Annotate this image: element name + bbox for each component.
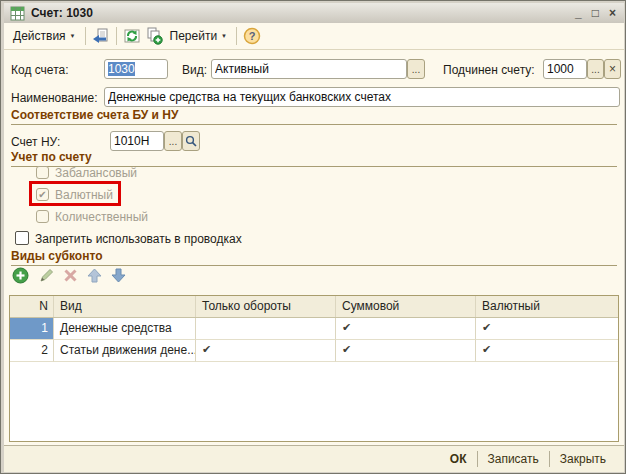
code-label: Код счета: (11, 63, 69, 77)
currency-cell[interactable]: ✔ (476, 318, 618, 340)
minimize-icon[interactable]: _ (575, 7, 582, 19)
column-header-turnover[interactable]: Только обороты (196, 296, 336, 317)
chevron-down-icon: ▼ (70, 33, 76, 39)
section-subconto: Виды субконто (11, 249, 617, 266)
ok-button[interactable]: ОК (440, 449, 477, 469)
turnover-cell[interactable]: ✔ (196, 340, 336, 362)
quantity-label: Количественный (55, 210, 148, 224)
currency-label: Валютный (55, 188, 113, 202)
window-title: Счет: 1030 (31, 6, 575, 20)
currency-checkbox: ✔ (36, 188, 49, 201)
check-mark: ✔ (38, 190, 46, 200)
column-header-currency[interactable]: Валютный (476, 296, 618, 317)
row-number-cell[interactable]: 2 (10, 340, 54, 362)
table-row[interactable]: 1 Денежные средства ✔ ✔ (10, 318, 618, 340)
offbalance-checkbox (36, 166, 49, 179)
dialog-window: Счет: 1030 _ □ × Действия ▼ (0, 0, 626, 474)
section-accounting: Учет по счету (11, 150, 617, 167)
title-bar[interactable]: Счет: 1030 _ □ × (4, 3, 624, 23)
toolbar-separator (236, 27, 237, 45)
name-label: Наименование: (11, 91, 98, 105)
code-input[interactable]: 1030 (104, 59, 168, 79)
column-header-sum[interactable]: Суммовой (336, 296, 476, 317)
save-button[interactable]: Записать (478, 449, 549, 469)
svg-text:?: ? (249, 30, 256, 42)
sum-cell[interactable]: ✔ (336, 318, 476, 340)
magnifier-icon[interactable] (182, 131, 200, 151)
row-number-cell[interactable]: 1 (10, 318, 54, 340)
code-value: 1030 (108, 62, 135, 76)
maximize-icon[interactable]: □ (592, 7, 599, 19)
add-icon[interactable] (12, 267, 29, 284)
table-row[interactable]: 2 Статьи движения дене... ✔ ✔ ✔ (10, 340, 618, 362)
sum-cell[interactable]: ✔ (336, 340, 476, 362)
column-header-n[interactable]: N (10, 296, 54, 317)
nu-account-label: Счет НУ: (11, 135, 60, 149)
edit-pencil-icon[interactable] (38, 267, 55, 284)
parent-account-input[interactable] (543, 59, 587, 79)
move-down-icon[interactable] (110, 267, 127, 284)
dialog-content: Действия ▼ (4, 23, 624, 472)
section-correspondence: Соответствие счета БУ и НУ (11, 108, 617, 125)
kind-lookup-button[interactable]: ... (407, 59, 425, 79)
toolbar: Действия ▼ (4, 23, 624, 50)
parent-lookup-button[interactable]: ... (587, 59, 604, 79)
close-button[interactable]: Закрыть (550, 449, 616, 469)
chevron-down-icon: ▼ (221, 33, 227, 39)
vid-cell[interactable]: Денежные средства (54, 318, 196, 340)
reread-document-icon[interactable] (91, 26, 111, 46)
subconto-table: N Вид Только обороты Суммовой Валютный 1… (9, 295, 619, 442)
account-grid-icon (10, 6, 25, 21)
quantity-checkbox (36, 210, 49, 223)
close-icon[interactable]: × (609, 7, 616, 19)
column-header-vid[interactable]: Вид (54, 296, 196, 317)
refresh-icon[interactable] (122, 26, 142, 46)
footer-bar: ОК Записать Закрыть (4, 446, 624, 472)
vid-cell[interactable]: Статьи движения дене... (54, 340, 196, 362)
name-input[interactable] (104, 87, 620, 107)
parent-clear-button[interactable]: × (604, 59, 621, 79)
kind-label: Вид: (182, 63, 207, 77)
forbid-postings-checkbox[interactable] (15, 231, 29, 245)
help-icon[interactable]: ? (242, 26, 262, 46)
turnover-cell[interactable] (196, 318, 336, 340)
parent-account-label: Подчинен счету: (443, 63, 535, 77)
kind-input[interactable] (211, 59, 407, 79)
toolbar-separator (85, 27, 86, 45)
toolbar-separator (116, 27, 117, 45)
currency-cell[interactable]: ✔ (476, 340, 618, 362)
forbid-postings-label: Запретить использовать в проводках (35, 232, 242, 246)
delete-icon[interactable] (62, 267, 79, 284)
table-header-row: N Вид Только обороты Суммовой Валютный (10, 296, 618, 318)
offbalance-label: Забалансовый (55, 166, 137, 180)
nu-lookup-button[interactable]: ... (164, 131, 182, 151)
actions-menu-button[interactable]: Действия ▼ (8, 26, 81, 46)
nu-account-input[interactable] (110, 131, 164, 151)
copy-add-icon[interactable] (144, 26, 164, 46)
move-up-icon[interactable] (86, 267, 103, 284)
goto-menu-button[interactable]: Перейти ▼ (165, 26, 233, 46)
